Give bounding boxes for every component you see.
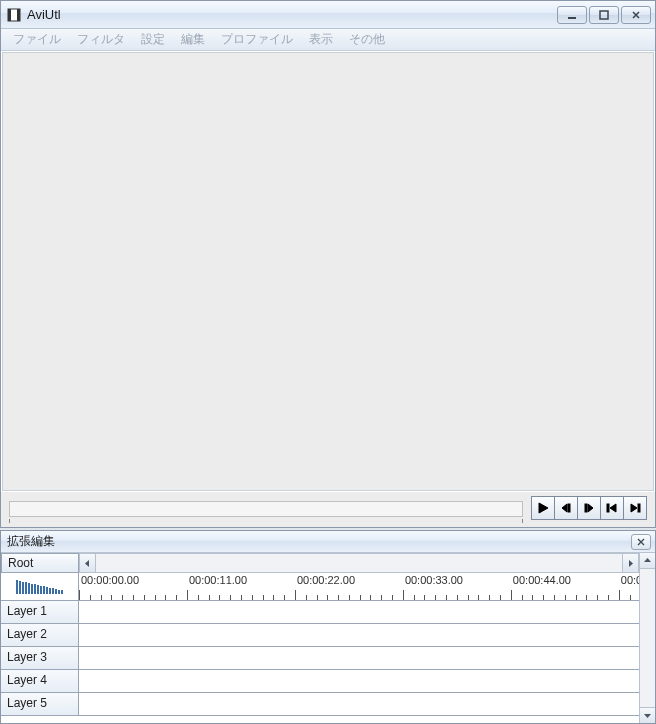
layer-row: Layer 1 bbox=[1, 601, 639, 624]
layer-track[interactable] bbox=[79, 647, 639, 669]
transport-controls bbox=[1, 492, 655, 527]
scroll-left-icon[interactable] bbox=[80, 554, 96, 572]
ruler-time-label: 00:00:44.00 bbox=[513, 574, 571, 586]
preview-area bbox=[2, 52, 654, 491]
play-button[interactable] bbox=[531, 496, 555, 520]
svg-rect-7 bbox=[607, 504, 609, 512]
layer-header[interactable]: Layer 1 bbox=[1, 601, 79, 623]
layer-row: Layer 3 bbox=[1, 647, 639, 670]
menubar: ファイル フィルタ 設定 編集 プロファイル 表示 その他 bbox=[1, 29, 655, 51]
timeline-layers: Layer 1Layer 2Layer 3Layer 4Layer 5 bbox=[1, 601, 639, 723]
menu-view[interactable]: 表示 bbox=[301, 29, 341, 50]
timeline-close-button[interactable] bbox=[631, 534, 651, 550]
seek-slider[interactable] bbox=[9, 494, 523, 522]
close-button[interactable] bbox=[621, 6, 651, 24]
ruler-time-label: 00:00:22.00 bbox=[297, 574, 355, 586]
svg-rect-6 bbox=[585, 504, 587, 512]
menu-filter[interactable]: フィルタ bbox=[69, 29, 133, 50]
layer-track[interactable] bbox=[79, 624, 639, 646]
layer-row: Layer 4 bbox=[1, 670, 639, 693]
ruler-time-label: 00:00:11.00 bbox=[189, 574, 247, 586]
timeline-window: 拡張編集 Root 00:00:00.0000:00:11.0000:00:22… bbox=[0, 530, 656, 724]
svg-rect-8 bbox=[638, 504, 640, 512]
go-end-button[interactable] bbox=[623, 496, 647, 520]
svg-rect-3 bbox=[568, 17, 576, 19]
main-title: AviUtl bbox=[27, 7, 551, 22]
menu-profile[interactable]: プロファイル bbox=[213, 29, 301, 50]
scroll-down-icon[interactable] bbox=[640, 707, 655, 723]
svg-rect-4 bbox=[600, 11, 608, 19]
layer-track[interactable] bbox=[79, 670, 639, 692]
main-titlebar[interactable]: AviUtl bbox=[1, 1, 655, 29]
scene-root-button[interactable]: Root bbox=[1, 553, 79, 573]
scroll-right-icon[interactable] bbox=[622, 554, 638, 572]
layer-row: Layer 5 bbox=[1, 693, 639, 716]
layer-track[interactable] bbox=[79, 601, 639, 623]
ruler-time-label: 00:00:00.00 bbox=[81, 574, 139, 586]
svg-rect-2 bbox=[17, 9, 20, 21]
maximize-button[interactable] bbox=[589, 6, 619, 24]
layer-header[interactable]: Layer 5 bbox=[1, 693, 79, 715]
main-window: AviUtl ファイル フィルタ 設定 編集 プロファイル 表示 その他 bbox=[0, 0, 656, 528]
menu-settings[interactable]: 設定 bbox=[133, 29, 173, 50]
layer-track[interactable] bbox=[79, 693, 639, 715]
svg-rect-1 bbox=[8, 9, 11, 21]
app-icon bbox=[7, 8, 21, 22]
scene-root-label: Root bbox=[8, 556, 33, 570]
layer-row: Layer 2 bbox=[1, 624, 639, 647]
scroll-up-icon[interactable] bbox=[640, 553, 655, 569]
timeline-hscrollbar[interactable] bbox=[79, 553, 639, 573]
layer-header[interactable]: Layer 4 bbox=[1, 670, 79, 692]
svg-rect-5 bbox=[568, 504, 570, 512]
timeline-ruler[interactable]: 00:00:00.0000:00:11.0000:00:22.0000:00:3… bbox=[79, 573, 639, 600]
menu-other[interactable]: その他 bbox=[341, 29, 393, 50]
menu-edit[interactable]: 編集 bbox=[173, 29, 213, 50]
timeline-titlebar[interactable]: 拡張編集 bbox=[1, 531, 655, 553]
menu-file[interactable]: ファイル bbox=[5, 29, 69, 50]
ruler-time-label: 00:00:33.00 bbox=[405, 574, 463, 586]
timeline-title: 拡張編集 bbox=[7, 533, 625, 550]
timeline-scale-indicator[interactable] bbox=[1, 573, 79, 600]
step-fwd-button[interactable] bbox=[577, 496, 601, 520]
ruler-time-label: 00:00:55.0 bbox=[621, 574, 639, 586]
go-start-button[interactable] bbox=[600, 496, 624, 520]
timeline-vscrollbar[interactable] bbox=[639, 553, 655, 723]
layer-header[interactable]: Layer 2 bbox=[1, 624, 79, 646]
minimize-button[interactable] bbox=[557, 6, 587, 24]
step-back-button[interactable] bbox=[554, 496, 578, 520]
layer-header[interactable]: Layer 3 bbox=[1, 647, 79, 669]
